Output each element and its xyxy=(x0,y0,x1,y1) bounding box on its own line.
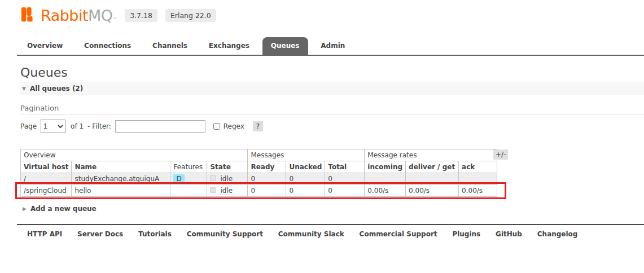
tab-queues[interactable]: Queues xyxy=(262,37,308,55)
page-label: Page xyxy=(20,122,37,130)
group-messages: Messages xyxy=(248,149,365,161)
chevron-down-icon: ▼ xyxy=(22,86,26,91)
rabbitmq-wordmark[interactable]: RabbitMQ™ xyxy=(41,7,117,24)
chevron-right-icon: ▶ xyxy=(23,206,27,212)
queue-name-link[interactable]: studyExchange.atguiguA xyxy=(72,173,170,185)
brand-mq: MQ xyxy=(88,7,113,24)
cell-unacked: 0 xyxy=(286,185,325,197)
cell-ack xyxy=(459,173,497,185)
cell-ready: 0 xyxy=(248,173,286,185)
col-virtual-host[interactable]: Virtual host xyxy=(21,161,72,173)
footer-link-plugins[interactable]: Plugins xyxy=(452,230,480,238)
footer-link-community-support[interactable]: Community Support xyxy=(187,230,263,238)
footer-link-server-docs[interactable]: Server Docs xyxy=(77,230,123,238)
queues-table-wrap: Overview Messages Message rates Virtual … xyxy=(20,149,497,197)
all-queues-section-toggle[interactable]: ▼ All queues (2) xyxy=(20,82,644,95)
cell-features: D xyxy=(170,173,207,185)
tab-admin[interactable]: Admin xyxy=(321,37,345,55)
group-overview: Overview xyxy=(21,149,248,161)
erlang-version-badge: Erlang 22.0 xyxy=(165,9,216,22)
state-text: idle xyxy=(220,187,233,195)
rabbitmq-queues-page: RabbitMQ™ 3.7.18 Erlang 22.0 Overview Co… xyxy=(0,0,644,273)
durable-badge: D xyxy=(173,174,184,183)
col-unacked[interactable]: Unacked xyxy=(286,161,325,173)
header: RabbitMQ™ 3.7.18 Erlang 22.0 xyxy=(20,6,216,25)
page-title: Queues xyxy=(20,65,68,80)
col-features: Features xyxy=(170,161,207,173)
cell-ack: 0.00/s xyxy=(459,185,497,197)
cell-unacked: 0 xyxy=(286,173,325,185)
cell-incoming xyxy=(365,173,406,185)
col-ack[interactable]: ack xyxy=(459,161,497,173)
cell-vhost: /springCloud xyxy=(21,185,72,197)
cell-deliver-get: 0.00/s xyxy=(406,185,459,197)
brand-rabbit: Rabbit xyxy=(41,7,88,24)
state-text: idle xyxy=(220,175,233,183)
footer-link-changelog[interactable]: Changelog xyxy=(537,230,578,238)
footer-link-github[interactable]: GitHub xyxy=(496,230,522,238)
col-ready[interactable]: Ready xyxy=(248,161,286,173)
cell-features xyxy=(170,185,207,197)
table-row-highlighted[interactable]: /springCloud hello idle 0 0 0 0.00/s 0.0… xyxy=(21,185,497,197)
state-indicator-icon xyxy=(210,175,216,181)
pagination-heading: Pagination xyxy=(20,104,59,112)
table-row[interactable]: / studyExchange.atguiguA D idle 0 0 0 xyxy=(21,173,497,185)
footer-link-tutorials[interactable]: Tutorials xyxy=(138,230,172,238)
cell-ready: 0 xyxy=(248,185,286,197)
nav-tabs: Overview Connections Channels Exchanges … xyxy=(17,37,644,56)
all-queues-label: All queues (2) xyxy=(30,85,83,93)
col-total[interactable]: Total xyxy=(325,161,365,173)
col-incoming[interactable]: incoming xyxy=(365,161,406,173)
col-deliver-get[interactable]: deliver / get xyxy=(406,161,459,173)
cell-incoming: 0.00/s xyxy=(365,185,406,197)
tab-connections[interactable]: Connections xyxy=(84,37,131,55)
cell-deliver-get xyxy=(406,173,459,185)
footer-link-community-slack[interactable]: Community Slack xyxy=(278,230,344,238)
footer-link-commercial-support[interactable]: Commercial Support xyxy=(360,230,437,238)
add-queue-label: Add a new queue xyxy=(30,205,97,213)
queues-table: Overview Messages Message rates Virtual … xyxy=(20,149,497,197)
footer-link-http-api[interactable]: HTTP API xyxy=(27,230,62,238)
filter-label: - Filter: xyxy=(87,122,111,130)
cell-state: idle xyxy=(207,173,248,185)
col-state[interactable]: State xyxy=(207,161,248,173)
queue-name-link[interactable]: hello xyxy=(72,185,170,197)
cell-total: 0 xyxy=(325,173,365,185)
regex-label: Regex xyxy=(224,122,244,130)
regex-help-icon[interactable]: ? xyxy=(253,121,263,131)
cell-vhost: / xyxy=(21,173,72,185)
cell-total: 0 xyxy=(325,185,365,197)
pagination-divider xyxy=(20,115,644,115)
tab-overview[interactable]: Overview xyxy=(27,37,63,55)
cell-state: idle xyxy=(207,185,248,197)
filter-input[interactable] xyxy=(115,120,205,133)
tab-channels[interactable]: Channels xyxy=(152,37,187,55)
pagination-controls: Page 1 of 1 - Filter: Regex ? xyxy=(20,119,263,134)
version-badge: 3.7.18 xyxy=(125,9,157,22)
col-name[interactable]: Name xyxy=(72,161,170,173)
table-group-header-row: Overview Messages Message rates xyxy=(21,149,497,161)
column-toggle-button[interactable]: +/- xyxy=(493,149,508,160)
tab-exchanges[interactable]: Exchanges xyxy=(209,37,249,55)
group-message-rates: Message rates xyxy=(365,149,497,161)
page-select[interactable]: 1 xyxy=(41,120,65,133)
table-header-row: Virtual host Name Features State Ready U… xyxy=(21,161,497,173)
add-queue-toggle[interactable]: ▶ Add a new queue xyxy=(23,205,97,213)
state-indicator-icon xyxy=(210,187,216,193)
regex-checkbox[interactable] xyxy=(213,123,220,130)
trademark: ™ xyxy=(113,17,117,22)
footer: HTTP API Server Docs Tutorials Community… xyxy=(17,224,644,238)
rabbitmq-logo-icon[interactable] xyxy=(20,6,37,25)
of-pages-label: of 1 xyxy=(71,122,84,130)
